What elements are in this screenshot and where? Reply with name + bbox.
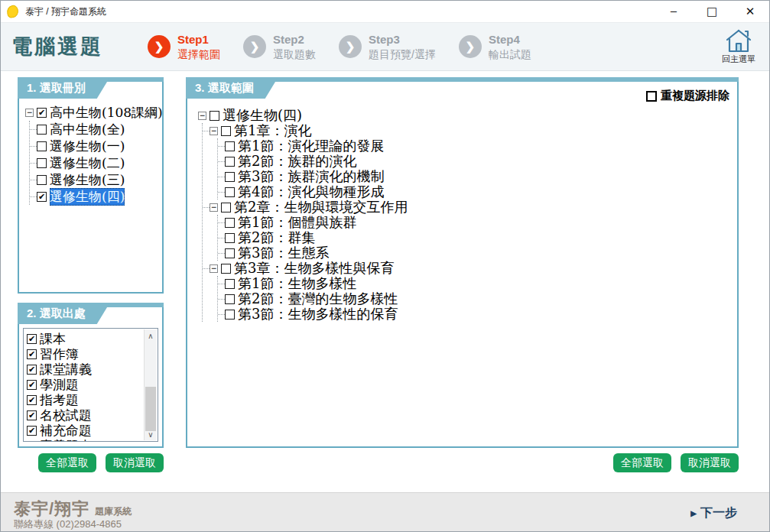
- chapter-block: − 第2章：生物與環境交互作用 第1節：個體與族群: [203, 200, 408, 261]
- tree-item-label[interactable]: 第3節：生物多樣性的保育: [238, 305, 398, 323]
- checkbox[interactable]: ✔: [27, 426, 37, 436]
- tree-item-label-selected[interactable]: 選修生物(四): [50, 188, 125, 206]
- checkbox[interactable]: [225, 172, 235, 182]
- checkbox[interactable]: ✔: [27, 349, 37, 359]
- checkbox[interactable]: [225, 233, 235, 243]
- tree-item-label[interactable]: 高中生物(108課綱): [50, 104, 163, 122]
- tree-row: 高中生物(全): [30, 121, 163, 138]
- scroll-down-icon: ∨: [148, 430, 153, 439]
- checkbox[interactable]: [225, 218, 235, 228]
- step-3[interactable]: ❯ Step3 題目預覽/選擇: [339, 32, 436, 61]
- checkbox[interactable]: [225, 294, 235, 304]
- tree-row-chapter: − 第3章：生物多樣性與保育: [203, 261, 408, 276]
- page-title: 電腦選題: [11, 33, 103, 60]
- range-deselect-button[interactable]: 取消選取: [681, 453, 739, 472]
- panel-booklet: 1. 選取冊別 − ✔ 高中生物(108課綱) 高中生物(全): [18, 77, 164, 294]
- tree-item-label[interactable]: 選修生物(二): [50, 154, 125, 172]
- tree-row-section: 第3節：生物多樣性的保育: [218, 307, 408, 322]
- checkbox[interactable]: ✔: [27, 410, 37, 420]
- chapter-sections: 第1節：生物多樣性 第2節：臺灣的生物多樣性 第3節：生物多樣性的保育: [217, 276, 408, 322]
- panel-range-title: 3. 選取範圍: [186, 77, 278, 99]
- checkbox[interactable]: [225, 187, 235, 197]
- checkbox[interactable]: [37, 125, 47, 135]
- tree-item-label[interactable]: 高中生物(全): [50, 121, 125, 138]
- expander-icon[interactable]: −: [198, 112, 206, 120]
- close-icon: ✕: [746, 6, 755, 18]
- list-item-label[interactable]: 素養題本: [40, 437, 92, 443]
- brand-suffix: 題庫系統: [95, 505, 132, 518]
- tree-connector: [203, 207, 210, 208]
- panel-source: 2. 選取出處 ✔ 課本 ✔ 習作簿 ✔ 課堂講義 ✔ 學測題: [18, 303, 164, 448]
- close-button[interactable]: ✕: [731, 1, 769, 22]
- checkbox[interactable]: [225, 248, 235, 258]
- tree-item-label[interactable]: 選修生物(一): [50, 138, 125, 155]
- step-4-label: Step4: [489, 32, 531, 47]
- checkbox[interactable]: ✔: [27, 334, 37, 344]
- scroll-thumb[interactable]: [145, 387, 156, 431]
- checkbox[interactable]: ✔: [37, 108, 47, 118]
- chapter-block: − 第1章：演化 第1節：演化理論的發展: [203, 123, 408, 200]
- scroll-up-button[interactable]: ∧: [145, 329, 157, 342]
- checkbox[interactable]: ✔: [37, 192, 47, 202]
- source-listbox: ✔ 課本 ✔ 習作簿 ✔ 課堂講義 ✔ 學測題 ✔ 指考題: [23, 328, 158, 442]
- step-1-label: Step1: [177, 32, 220, 47]
- checkbox[interactable]: [37, 141, 47, 151]
- tree-row: 選修生物(一): [30, 138, 163, 154]
- window-controls: ─ □ ✕: [655, 1, 769, 22]
- checkbox[interactable]: [221, 264, 231, 274]
- expander-icon[interactable]: −: [210, 127, 218, 135]
- home-button[interactable]: 回主選單: [716, 28, 762, 65]
- checkbox[interactable]: [221, 203, 231, 212]
- list-item: ✔ 學測題: [27, 377, 142, 392]
- dedupe-label: 重複題源排除: [661, 89, 729, 103]
- step-1-chevron-icon: ❯: [148, 35, 171, 58]
- list-item: ✔ 名校試題: [27, 407, 142, 423]
- panel-source-title: 2. 選取出處: [18, 303, 110, 324]
- checkbox[interactable]: [225, 279, 235, 289]
- tree-row-section: 第1節：生物多樣性: [218, 276, 408, 291]
- source-buttons: 全部選取 取消選取: [18, 453, 164, 472]
- checkbox[interactable]: ✔: [27, 441, 37, 443]
- range-tree-chapters: − 第1章：演化 第1節：演化理論的發展: [202, 123, 408, 322]
- tree-item-label[interactable]: 選修生物(三): [50, 171, 125, 189]
- dedupe-checkbox[interactable]: [646, 91, 657, 102]
- checkbox[interactable]: [210, 111, 219, 121]
- list-item: ✔ 課堂講義: [27, 362, 142, 377]
- tree-row-section: 第1節：個體與族群: [218, 215, 408, 230]
- checkbox[interactable]: [37, 175, 47, 185]
- checkbox[interactable]: [225, 310, 235, 320]
- tree-row-section: 第4節：演化與物種形成: [218, 184, 408, 200]
- checkbox[interactable]: [225, 157, 235, 167]
- expander-icon[interactable]: −: [210, 203, 218, 212]
- expander-icon[interactable]: −: [25, 109, 34, 117]
- tree-connector: [218, 253, 225, 254]
- step-2[interactable]: ❯ Step2 選取題數: [243, 32, 316, 61]
- tree-connector: [203, 268, 210, 269]
- step-1[interactable]: ❯ Step1 選擇範圍: [148, 32, 220, 61]
- checkbox[interactable]: [37, 158, 47, 168]
- checkbox[interactable]: ✔: [27, 380, 37, 390]
- scrollbar[interactable]: ∧ ∨: [144, 329, 157, 440]
- step-4-sublabel: 輸出試題: [489, 47, 531, 61]
- panel-booklet-title: 1. 選取冊別: [18, 77, 110, 99]
- scroll-down-button[interactable]: ∨: [145, 428, 157, 440]
- checkbox[interactable]: [221, 126, 231, 136]
- expander-icon[interactable]: −: [210, 264, 218, 273]
- checkbox[interactable]: ✔: [27, 395, 37, 405]
- range-select-all-button[interactable]: 全部選取: [613, 453, 671, 472]
- step-4[interactable]: ❯ Step4 輸出試題: [459, 32, 531, 61]
- checkbox[interactable]: [225, 141, 235, 151]
- next-button[interactable]: ▶ 下一步: [690, 505, 737, 521]
- maximize-button[interactable]: □: [693, 1, 731, 22]
- tree-row-selected: ✔ 選修生物(四): [30, 188, 163, 205]
- tree-row-chapter: − 第1章：演化: [203, 123, 408, 138]
- tree-row-section: 第2節：群集: [218, 230, 408, 245]
- checkbox[interactable]: ✔: [27, 365, 37, 375]
- list-item: ✔ 指考題: [27, 392, 142, 407]
- step-indicator: ❯ Step1 選擇範圍 ❯ Step2 選取題數 ❯ Step3 題目預覽/選…: [148, 32, 531, 61]
- minimize-button[interactable]: ─: [655, 1, 693, 22]
- dedupe-checkbox-group[interactable]: 重複題源排除: [646, 89, 729, 103]
- source-select-all-button[interactable]: 全部選取: [38, 453, 96, 472]
- source-deselect-button[interactable]: 取消選取: [106, 453, 164, 472]
- step-1-sublabel: 選擇範圍: [177, 47, 220, 61]
